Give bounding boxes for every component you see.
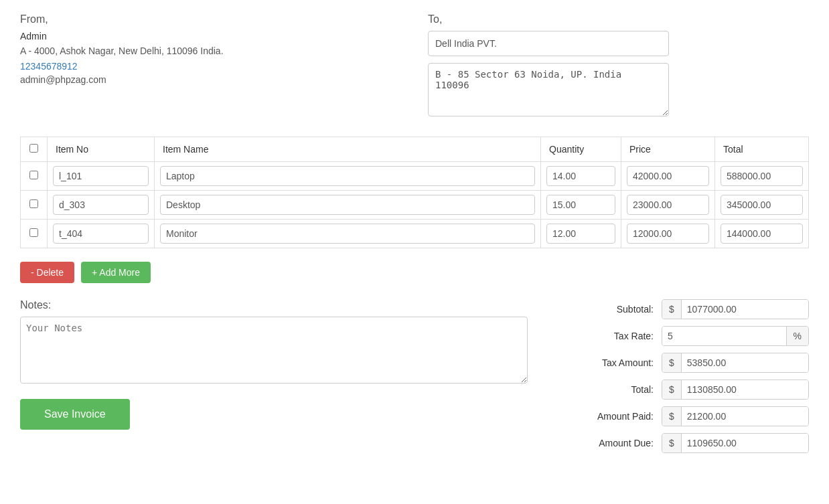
to-company-input[interactable] — [428, 31, 669, 56]
amount-due-input-group: $ — [662, 433, 809, 453]
row-price-input-2[interactable] — [627, 224, 709, 244]
row-itemname-cell-0 — [155, 162, 541, 191]
row-qty-cell-1 — [541, 191, 621, 220]
row-qty-input-2[interactable] — [546, 224, 615, 244]
tax-amount-label: Tax Amount: — [573, 357, 654, 368]
save-section: Save Invoice — [20, 399, 528, 430]
amount-due-prefix: $ — [662, 434, 682, 452]
amount-paid-row: Amount Paid: $ — [554, 406, 809, 426]
save-invoice-button[interactable]: Save Invoice — [20, 399, 130, 430]
row-checkbox-cell — [21, 191, 48, 220]
row-qty-cell-2 — [541, 220, 621, 248]
row-price-cell-2 — [621, 220, 715, 248]
from-address: A - 4000, Ashok Nagar, New Delhi, 110096… — [20, 44, 401, 58]
action-buttons: - Delete + Add More — [20, 262, 809, 283]
subtotal-row: Subtotal: $ — [554, 299, 809, 319]
row-checkbox-cell — [21, 162, 48, 191]
amount-paid-input-group: $ — [662, 406, 809, 426]
amount-paid-prefix: $ — [662, 407, 682, 426]
invoice-table: Item No Item Name Quantity Price Total — [20, 137, 809, 248]
row-total-cell-0 — [715, 162, 809, 191]
to-address-input[interactable]: B - 85 Sector 63 Noida, UP. India 110096 — [428, 63, 669, 116]
notes-section: Notes: Save Invoice — [20, 299, 528, 430]
from-email: admin@phpzag.com — [20, 74, 401, 85]
add-more-button[interactable]: + Add More — [81, 262, 151, 283]
row-itemno-input-2[interactable] — [53, 224, 149, 244]
amount-paid-label: Amount Paid: — [573, 411, 654, 422]
row-price-input-0[interactable] — [627, 166, 709, 186]
row-itemno-cell-1 — [48, 191, 155, 220]
to-label: To, — [428, 13, 442, 25]
total-prefix: $ — [662, 380, 682, 399]
header-item-name: Item Name — [155, 137, 541, 162]
invoice-table-section: Item No Item Name Quantity Price Total — [20, 137, 809, 248]
notes-textarea[interactable] — [20, 317, 528, 384]
table-row — [21, 220, 809, 248]
row-itemno-cell-2 — [48, 220, 155, 248]
from-name: Admin — [20, 31, 401, 41]
row-itemname-cell-2 — [155, 220, 541, 248]
row-itemname-input-2[interactable] — [160, 224, 535, 244]
tax-rate-input[interactable] — [662, 327, 786, 345]
from-section: From, Admin A - 4000, Ashok Nagar, New D… — [20, 13, 401, 116]
notes-label: Notes: — [20, 299, 528, 311]
tax-amount-prefix: $ — [662, 353, 682, 372]
subtotal-input[interactable] — [682, 300, 808, 319]
select-all-checkbox[interactable] — [29, 144, 38, 153]
tax-amount-input[interactable] — [682, 353, 808, 372]
table-row — [21, 191, 809, 220]
row-itemname-input-1[interactable] — [160, 195, 535, 215]
row-itemname-input-0[interactable] — [160, 166, 535, 186]
row-total-cell-1 — [715, 191, 809, 220]
total-row: Total: $ — [554, 380, 809, 400]
row-itemno-input-0[interactable] — [53, 166, 149, 186]
header-item-no: Item No — [48, 137, 155, 162]
from-phone: 12345678912 — [20, 61, 401, 72]
row-itemname-cell-1 — [155, 191, 541, 220]
amount-paid-input[interactable] — [682, 407, 808, 426]
delete-button[interactable]: - Delete — [20, 262, 74, 283]
row-itemno-input-1[interactable] — [53, 195, 149, 215]
to-section: To, B - 85 Sector 63 Noida, UP. India 11… — [401, 13, 809, 116]
row-total-cell-2 — [715, 220, 809, 248]
table-row — [21, 162, 809, 191]
from-label: From, — [20, 13, 401, 25]
row-itemno-cell-0 — [48, 162, 155, 191]
row-total-input-1[interactable] — [721, 195, 803, 215]
tax-rate-input-group: % — [662, 326, 809, 346]
amount-due-input[interactable] — [682, 434, 808, 452]
tax-amount-input-group: $ — [662, 353, 809, 373]
amount-due-label: Amount Due: — [573, 438, 654, 448]
tax-rate-label: Tax Rate: — [573, 331, 654, 341]
row-checkbox-cell — [21, 220, 48, 248]
header-price: Price — [621, 137, 715, 162]
subtotal-prefix: $ — [662, 300, 682, 319]
row-price-cell-0 — [621, 162, 715, 191]
total-input[interactable] — [682, 380, 808, 399]
row-total-input-0[interactable] — [721, 166, 803, 186]
tax-rate-suffix: % — [786, 327, 808, 345]
header-checkbox-col — [21, 137, 48, 162]
header-total: Total — [715, 137, 809, 162]
subtotal-input-group: $ — [662, 299, 809, 319]
row-price-cell-1 — [621, 191, 715, 220]
row-qty-cell-0 — [541, 162, 621, 191]
row-price-input-1[interactable] — [627, 195, 709, 215]
row-checkbox-2[interactable] — [29, 228, 38, 237]
row-checkbox-1[interactable] — [29, 199, 38, 208]
row-qty-input-1[interactable] — [546, 195, 615, 215]
header-quantity: Quantity — [541, 137, 621, 162]
summary-section: Subtotal: $ Tax Rate: % Tax Amount: $ To… — [554, 299, 809, 460]
total-input-group: $ — [662, 380, 809, 400]
row-checkbox-0[interactable] — [29, 171, 38, 179]
row-total-input-2[interactable] — [721, 224, 803, 244]
total-label: Total: — [573, 384, 654, 395]
amount-due-row: Amount Due: $ — [554, 433, 809, 453]
subtotal-label: Subtotal: — [573, 304, 654, 315]
row-qty-input-0[interactable] — [546, 166, 615, 186]
bottom-section: Notes: Save Invoice Subtotal: $ Tax Rate… — [20, 299, 809, 460]
tax-rate-row: Tax Rate: % — [554, 326, 809, 346]
tax-amount-row: Tax Amount: $ — [554, 353, 809, 373]
